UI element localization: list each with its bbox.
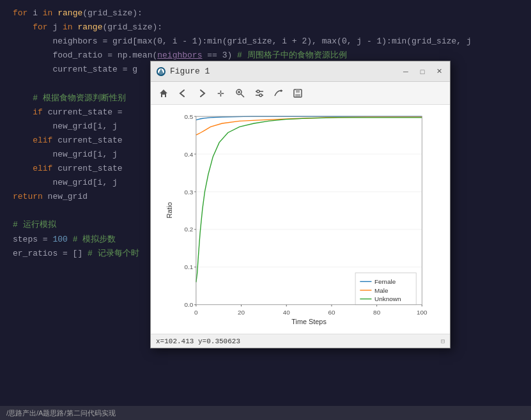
save-icon [293, 88, 303, 98]
minimize-button[interactable]: ─ [400, 66, 412, 77]
svg-text:0.5: 0.5 [184, 113, 193, 120]
chart-svg: 0.0 0.1 0.2 0.3 0.4 0.5 0 20 [151, 105, 450, 334]
figure-window: Figure 1 ─ □ ✕ ✛ [150, 61, 450, 348]
forward-icon [197, 88, 207, 98]
svg-text:100: 100 [417, 309, 427, 316]
forward-button[interactable] [193, 84, 211, 102]
svg-text:0: 0 [194, 309, 198, 316]
svg-text:80: 80 [373, 309, 381, 316]
svg-text:40: 40 [283, 309, 291, 316]
figure-content: 0.0 0.1 0.2 0.3 0.4 0.5 0 20 [151, 105, 450, 334]
save-button[interactable] [289, 84, 307, 102]
close-button[interactable]: ✕ [433, 66, 445, 77]
svg-text:20: 20 [238, 309, 245, 316]
svg-rect-13 [295, 94, 300, 97]
bottom-statusbar: /思路产出/A题思路/第二问代码实现 [0, 406, 531, 420]
titlebar-controls[interactable]: ─ □ ✕ [400, 66, 445, 77]
titlebar-left: Figure 1 [156, 66, 210, 77]
svg-line-4 [241, 94, 244, 97]
svg-text:0.4: 0.4 [184, 151, 193, 158]
male-legend-label: Male [374, 287, 389, 294]
back-button[interactable] [174, 84, 192, 102]
configure-icon [254, 88, 265, 98]
pan-button[interactable]: ✛ [212, 84, 230, 102]
figure-toolbar: ✛ [151, 82, 450, 105]
pan-icon: ✛ [216, 88, 226, 98]
zoom-button[interactable] [231, 84, 249, 102]
path-display: /思路产出/A题思路/第二问代码实现 [6, 408, 116, 418]
y-axis-label: Ratio [165, 202, 173, 218]
svg-text:0.1: 0.1 [184, 263, 193, 270]
svg-text:✛: ✛ [217, 89, 224, 98]
configure-button[interactable] [250, 84, 268, 102]
home-icon [158, 88, 169, 98]
coords-display: x=102.413 y=0.350623 [156, 338, 240, 345]
x-axis-label: Time Steps [291, 318, 327, 325]
unknown-legend-label: Unknown [374, 295, 401, 302]
matplotlib-icon [156, 66, 166, 77]
edit-curve-button[interactable] [270, 84, 288, 102]
svg-point-9 [257, 90, 259, 93]
home-button[interactable] [155, 84, 173, 102]
figure-titlebar[interactable]: Figure 1 ─ □ ✕ [151, 61, 450, 82]
back-icon [178, 88, 188, 98]
figure-statusbar: x=102.413 y=0.350623 ⊟ [151, 334, 450, 348]
svg-text:0.2: 0.2 [184, 226, 193, 233]
edit-curve-icon [273, 88, 284, 98]
figure-title: Figure 1 [170, 66, 210, 76]
svg-text:0.0: 0.0 [184, 301, 193, 308]
svg-text:0.3: 0.3 [184, 189, 193, 196]
svg-text:60: 60 [328, 309, 335, 316]
maximize-button[interactable]: □ [417, 66, 428, 77]
female-legend-label: Female [374, 278, 396, 285]
svg-rect-12 [296, 89, 300, 93]
zoom-icon [235, 88, 245, 98]
resize-icon: ⊟ [441, 338, 445, 345]
svg-point-10 [259, 94, 262, 97]
